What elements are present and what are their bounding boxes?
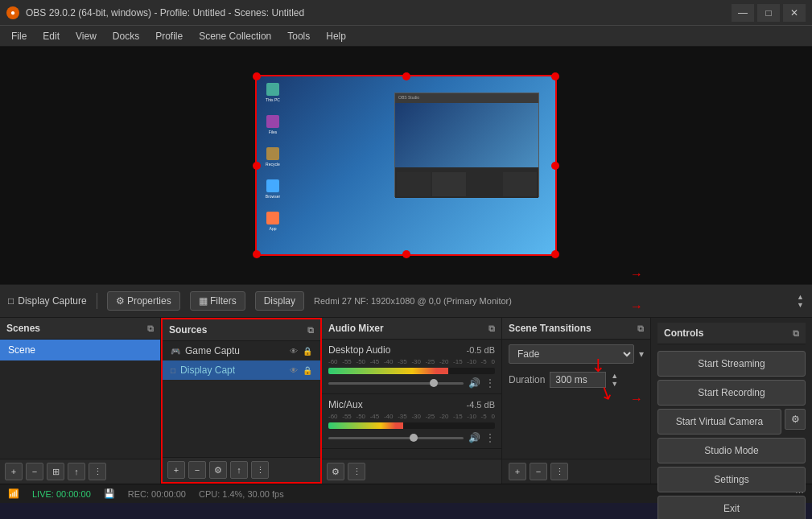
desktop-audio-volume-icon[interactable]: 🔊 [468, 377, 480, 389]
handle-top-right[interactable] [551, 72, 559, 80]
minimize-button[interactable]: — [732, 4, 754, 22]
exit-button[interactable]: Exit [657, 496, 806, 519]
handle-top-left[interactable] [253, 72, 261, 80]
virtual-camera-settings-icon[interactable]: ⚙ [785, 409, 806, 430]
filters-button[interactable]: ▦ Filters [190, 291, 245, 311]
live-status: LIVE: 00:00:00 [32, 489, 91, 499]
source-remove-button[interactable]: − [188, 461, 206, 479]
scroll-down-icon[interactable]: ▼ [797, 301, 804, 309]
transition-remove-button[interactable]: − [530, 463, 547, 480]
audio-settings-button[interactable]: ⚙ [327, 463, 344, 480]
menu-help[interactable]: Help [318, 28, 354, 44]
controls-title: Controls [664, 327, 703, 339]
transition-type-select[interactable]: Fade Cut Swipe Slide Stinger Luma Wipe [509, 344, 634, 364]
settings-button[interactable]: Settings [657, 467, 806, 492]
mic-aux-menu-icon[interactable]: ⋮ [485, 432, 495, 443]
scene-up-button[interactable]: ↑ [68, 463, 85, 480]
start-virtual-camera-button[interactable]: Start Virtual Camera [657, 409, 781, 435]
source-toolbar: □ Display Capture ⚙ Properties ▦ Filters… [0, 284, 812, 318]
toolbar-separator-1 [97, 293, 97, 309]
sources-copy-icon[interactable]: ⧉ [307, 325, 314, 336]
audio-mixer-header: Audio Mixer ⧉ [322, 318, 501, 340]
mic-aux-name: Mic/Aux [328, 399, 363, 410]
audio-copy-icon[interactable]: ⧉ [488, 323, 495, 334]
panels-container: Scenes ⧉ Scene + − ⊞ ↑ ⋮ Sources ⧉ 🎮 Gam… [0, 318, 812, 484]
scene-remove-button[interactable]: − [26, 463, 43, 480]
desktop-audio-header: Desktop Audio -0.5 dB [328, 344, 495, 356]
source-name-label: Display Capture [18, 295, 86, 307]
audio-menu-button[interactable]: ⋮ [348, 463, 365, 480]
transition-menu-button[interactable]: ⋮ [550, 463, 568, 480]
source-item-game[interactable]: 🎮 Game Captu 👁 🔒 [163, 341, 320, 360]
obs-inner-preview: OBS Studio [394, 93, 539, 197]
desktop-icon-5: App [263, 212, 282, 231]
scene-filter-button[interactable]: ⊞ [47, 463, 64, 480]
maximize-button[interactable]: □ [757, 4, 780, 22]
handle-middle-right[interactable] [551, 162, 559, 170]
scene-item-scene[interactable]: Scene [0, 340, 160, 360]
scene-transitions-header: Scene Transitions ⧉ [502, 318, 650, 340]
mic-aux-volume-icon[interactable]: 🔊 [468, 432, 480, 443]
menu-edit[interactable]: Edit [35, 28, 68, 44]
audio-mixer-title: Audio Mixer [328, 323, 384, 334]
source-settings-button[interactable]: ⚙ [209, 461, 227, 479]
disk-icon: 💾 [104, 488, 115, 499]
scenes-toolbar: + − ⊞ ↑ ⋮ [0, 459, 160, 484]
source-item-display[interactable]: □ Display Capt 👁 🔒 [163, 360, 320, 380]
menu-docks[interactable]: Docks [105, 28, 147, 44]
display-button[interactable]: Display [255, 291, 304, 311]
close-button[interactable]: ✕ [783, 4, 806, 22]
audio-tracks-list: Desktop Audio -0.5 dB -60-55-50-45-40-35… [322, 340, 501, 459]
desktop-icon-4: Browser [263, 179, 282, 199]
desktop-audio-meter-fill [328, 368, 448, 374]
source-add-button[interactable]: + [167, 461, 185, 479]
sources-list: 🎮 Game Captu 👁 🔒 □ Display Capt 👁 🔒 [163, 341, 320, 457]
properties-button[interactable]: ⚙ Properties [107, 291, 180, 311]
desktop-icons: This PC Files Recycle Browser App [263, 83, 282, 231]
scene-add-button[interactable]: + [5, 463, 23, 480]
start-recording-button[interactable]: Start Recording [657, 380, 806, 406]
display-eye-icon[interactable]: 👁 [290, 366, 298, 375]
transition-expand-icon: ▾ [639, 348, 644, 360]
scroll-up-icon[interactable]: ▲ [797, 293, 804, 301]
handle-middle-left[interactable] [253, 162, 261, 170]
source-menu-button[interactable]: ⋮ [251, 461, 269, 479]
desktop-audio-menu-icon[interactable]: ⋮ [485, 377, 495, 389]
menu-tools[interactable]: Tools [279, 28, 318, 44]
studio-mode-button[interactable]: Studio Mode [657, 438, 806, 463]
monitor-info: Redmi 27 NF: 1920x1080 @ 0,0 (Primary Mo… [314, 296, 787, 306]
desktop-audio-name: Desktop Audio [328, 344, 390, 356]
mic-aux-controls: 🔊 ⋮ [328, 432, 495, 443]
transition-add-button[interactable]: + [509, 463, 526, 480]
desktop-audio-slider[interactable] [328, 382, 464, 385]
preview-area: This PC Files Recycle Browser App OBS St… [0, 47, 812, 284]
scenes-panel: Scenes ⧉ Scene + − ⊞ ↑ ⋮ [0, 318, 161, 484]
menu-scene-collection[interactable]: Scene Collection [191, 28, 279, 44]
game-lock-icon[interactable]: 🔒 [303, 347, 312, 356]
transitions-copy-icon[interactable]: ⧉ [637, 323, 644, 334]
game-eye-icon[interactable]: 👁 [290, 347, 298, 356]
controls-copy-icon[interactable]: ⧉ [793, 328, 799, 339]
handle-top-middle[interactable] [402, 72, 410, 80]
duration-up-icon[interactable]: ▲ [611, 372, 618, 380]
red-arrow-settings: → [630, 392, 643, 406]
resize-handle[interactable]: ⋯ [795, 488, 804, 499]
display-lock-icon[interactable]: 🔒 [303, 366, 312, 375]
handle-bottom-right[interactable] [551, 250, 559, 258]
menu-view[interactable]: View [68, 28, 105, 44]
handle-bottom-left[interactable] [253, 250, 261, 258]
desktop-audio-db: -0.5 dB [467, 345, 495, 355]
scene-menu-button[interactable]: ⋮ [89, 463, 106, 480]
menu-profile[interactable]: Profile [147, 28, 191, 44]
duration-row: Duration ▲ ▼ [502, 369, 650, 391]
menu-file[interactable]: File [3, 28, 35, 44]
handle-bottom-middle[interactable] [402, 250, 410, 258]
desktop-audio-track: Desktop Audio -0.5 dB -60-55-50-45-40-35… [322, 340, 501, 394]
start-streaming-button[interactable]: Start Streaming [657, 351, 806, 377]
transition-select-row: Fade Cut Swipe Slide Stinger Luma Wipe ▾ [502, 340, 650, 369]
source-up-button[interactable]: ↑ [230, 461, 248, 479]
mic-aux-header: Mic/Aux -4.5 dB [328, 399, 495, 410]
desktop-audio-meter [328, 368, 495, 374]
mic-aux-slider[interactable] [328, 437, 464, 439]
scenes-copy-icon[interactable]: ⧉ [147, 323, 154, 334]
